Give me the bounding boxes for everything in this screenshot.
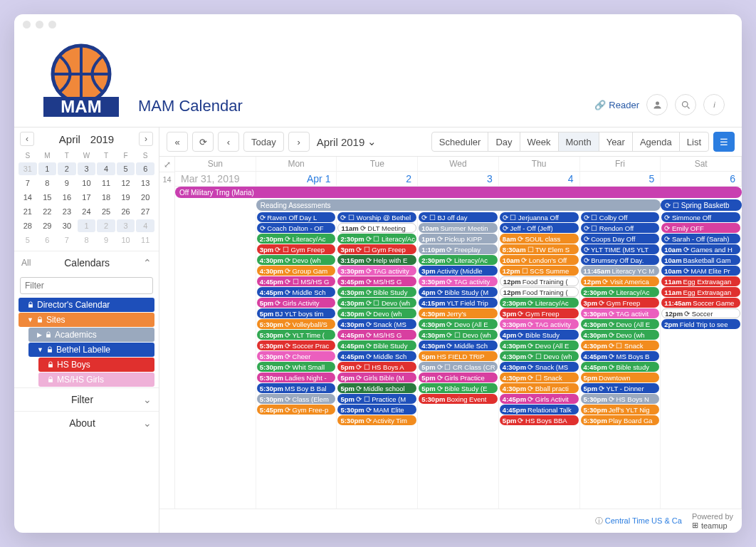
mini-day[interactable]: 8 <box>38 177 57 189</box>
mini-day[interactable]: 7 <box>58 234 76 246</box>
event[interactable]: 4:30pm ⟳ Devo (wh <box>337 308 416 318</box>
mini-day[interactable]: 7 <box>19 177 37 189</box>
event[interactable]: ⟳ ☐ Jerjuanna Off <box>500 212 579 222</box>
event[interactable]: 4:30pm ⟳ Devo (wh <box>581 330 660 340</box>
event[interactable]: 4:45pm ⟳ MS Boys B <box>581 351 660 361</box>
event[interactable]: 3pm ⟳ Gym Freep <box>581 298 660 308</box>
mini-day[interactable]: 9 <box>58 177 76 189</box>
mini-day[interactable]: 29 <box>38 219 57 232</box>
event[interactable]: ⟳ Coach Dalton - OF <box>257 223 336 233</box>
allday-event[interactable]: Off Military Trng (Maria) <box>175 187 742 198</box>
event[interactable]: 10am ⟳ London's Off <box>500 255 579 265</box>
event[interactable]: 1pm ⟳ Pickup KIPP <box>419 234 498 244</box>
event[interactable]: 3:30pm ⟳ TAG activit <box>581 308 660 318</box>
mini-day[interactable]: 9 <box>97 234 115 246</box>
event[interactable]: 12pm ⟳ Soccer <box>661 308 740 318</box>
mini-day[interactable]: 3 <box>78 162 96 175</box>
event[interactable]: ⟳ Brumsey Off Day. <box>581 255 660 265</box>
event[interactable]: 5:30pm ⟳ Soccer Prac <box>257 340 336 350</box>
event[interactable]: 5pm ⟳ Middle school <box>337 383 416 393</box>
mini-day[interactable]: 10 <box>78 177 96 189</box>
mini-day[interactable]: 5 <box>117 162 135 175</box>
mini-day[interactable]: 10 <box>117 234 135 246</box>
date-cell[interactable]: Apr 1 <box>256 172 337 186</box>
event[interactable]: 4:30pm ⟳ Devo (All E <box>419 319 498 329</box>
mini-day[interactable]: 20 <box>136 191 154 204</box>
event[interactable]: ⟳ ☐ BJ off day <box>419 212 498 222</box>
event[interactable]: 5pm ⟳ HS Boys BBA <box>500 415 579 425</box>
mini-day[interactable]: 17 <box>78 191 96 204</box>
event[interactable]: ⟳ YLT TIME (MS YLT <box>581 244 660 254</box>
mini-day[interactable]: 12 <box>117 177 135 189</box>
event[interactable]: 12pm Food Training ( <box>500 276 579 286</box>
event[interactable]: 5:30pm ⟳ Activity Tim <box>337 415 416 425</box>
event[interactable]: ⟳ ☐ Rendon Off <box>581 223 660 233</box>
event[interactable]: 10am ⟳ Games and H <box>661 244 740 254</box>
event[interactable]: 5:30pm ⟳ Cheer <box>257 351 336 361</box>
calendar-item[interactable]: MS/HS Girls <box>38 373 154 387</box>
event[interactable]: 3:15pm ⟳ Help with E <box>337 255 416 265</box>
event[interactable]: 5pm ⟳ ☐ Practice (M <box>337 394 416 404</box>
event[interactable]: 5pm ⟳ YLT - Dinner <box>581 383 660 393</box>
mini-day[interactable]: 4 <box>136 219 154 232</box>
mini-day[interactable]: 26 <box>117 205 135 218</box>
event[interactable]: 4:15pm YLT Field Trip <box>419 298 498 308</box>
event[interactable]: 4:30pm Jerry's <box>419 308 498 318</box>
event[interactable]: 4:45pm ⟳ ☐ MS/HS G <box>257 276 336 286</box>
mini-day[interactable]: 11 <box>97 177 115 189</box>
event[interactable]: 3:30pm ⟳ TAG activity <box>419 276 498 286</box>
event[interactable]: 4:30pm ⟳ ☐ Snack <box>500 373 579 382</box>
event[interactable]: 4:30pm ⟳ ☐ Devo (wh <box>500 351 579 361</box>
event[interactable]: 5pm HS FIELD TRIP <box>419 351 498 361</box>
event[interactable]: 4:45pm ⟳ Bible study <box>581 362 660 372</box>
expand-icon[interactable]: ⤢ <box>159 157 174 172</box>
event[interactable]: 4:30pm ⟳ Devo (All E <box>500 340 579 350</box>
event[interactable]: 3:30pm ⟳ TAG activity <box>337 266 416 276</box>
search-icon[interactable] <box>675 94 696 115</box>
date-cell[interactable]: 4 <box>499 172 580 186</box>
mini-day[interactable]: 5 <box>19 234 37 246</box>
mini-day[interactable]: 6 <box>38 234 57 246</box>
event[interactable]: 11am Egg Extravagan <box>661 276 740 286</box>
event[interactable]: 4:30pm ⟳ Middle Sch <box>419 340 498 350</box>
mini-day[interactable]: 21 <box>19 205 37 218</box>
window-close-dot[interactable] <box>23 21 31 28</box>
date-cell[interactable]: 6 <box>661 172 742 186</box>
event[interactable]: 5:30pm Play Board Ga <box>581 415 660 425</box>
event[interactable]: ⟳ Sarah - Off (Sarah) <box>661 234 740 244</box>
timezone-link[interactable]: Central Time US & Ca <box>605 516 682 525</box>
event[interactable]: 4:30pm ⟳ Devo (wh <box>257 255 336 265</box>
mini-day[interactable]: 15 <box>38 191 57 204</box>
mini-day[interactable]: 23 <box>58 205 76 218</box>
event[interactable]: 11:45am Literacy YC M <box>581 266 660 276</box>
mini-day[interactable]: 28 <box>19 219 37 232</box>
about-section[interactable]: About ⌄ <box>14 412 159 434</box>
event[interactable]: 2pm Field Trip to see <box>661 319 740 329</box>
event[interactable]: ⟳ Coops Day Off <box>581 234 660 244</box>
event[interactable]: 3:30pm ⟳ TAG activity <box>500 319 579 329</box>
event[interactable]: 3pm ⟳ Gym Freep <box>500 308 579 318</box>
user-icon[interactable] <box>646 94 668 115</box>
window-min-dot[interactable] <box>36 21 43 28</box>
date-cell[interactable]: 2 <box>337 172 418 186</box>
event[interactable]: 4:30pm ⟳ ☐ Devo (wh <box>337 298 416 308</box>
event[interactable]: 4:45pm ⟳ Middle Sch <box>257 287 336 297</box>
event[interactable]: 2:30pm ⟳ Literacy/Ac <box>581 287 660 297</box>
event[interactable]: 5pm ⟳ Girls Practice <box>419 373 498 382</box>
event[interactable]: 4:30pm ⟳ Snack (MS <box>500 362 579 372</box>
event[interactable]: ⟳ Emily OFF <box>661 223 740 233</box>
reader-link[interactable]: 🔗Reader <box>594 100 639 110</box>
collapse-sidebar-button[interactable]: « <box>167 132 188 152</box>
event[interactable]: 3:45pm ⟳ MS/HS G <box>337 276 416 286</box>
event[interactable]: 4:45pm ⟳ MS/HS G <box>337 330 416 340</box>
month-label[interactable]: April 2019 ⌄ <box>317 135 377 148</box>
event[interactable]: 4:30pm ⟳ ☐ Devo (wh <box>419 330 498 340</box>
mini-day[interactable]: 14 <box>19 191 37 204</box>
event[interactable]: 5pm ⟳ Bible Study (E <box>419 383 498 393</box>
event[interactable]: 4pm ⟳ Bible Study (M <box>419 287 498 297</box>
allday-event[interactable]: ⟳ ☐ Spring Basketb <box>661 199 742 211</box>
mini-day[interactable]: 11 <box>136 234 154 246</box>
mini-day[interactable]: 2 <box>58 162 76 175</box>
view-week[interactable]: Week <box>520 132 559 152</box>
mini-day[interactable]: 1 <box>78 219 96 232</box>
